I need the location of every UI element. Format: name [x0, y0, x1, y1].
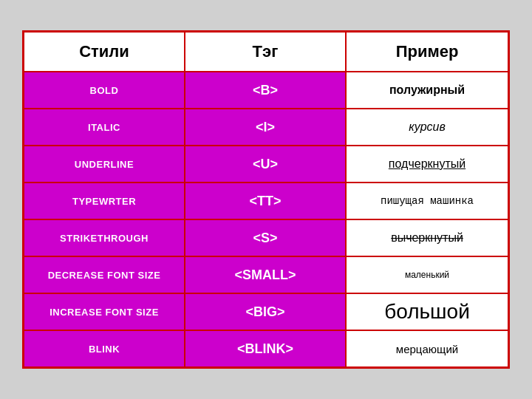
example-text: полужирный	[389, 83, 465, 97]
table-row: BOLD<B>полужирный	[24, 72, 508, 109]
example-cell: маленький	[347, 257, 508, 293]
tag-cell: <BIG>	[185, 294, 347, 330]
tag-cell: <SMALL>	[185, 257, 347, 293]
tag-cell: <I>	[185, 109, 347, 145]
style-cell: BLINK	[24, 331, 185, 366]
table-row: DECREASE FONT SIZE<SMALL>маленький	[24, 257, 508, 294]
header-tag: Тэг	[185, 33, 347, 71]
example-cell: пишущая машинка	[347, 183, 508, 219]
table-row: ITALIC<I>курсив	[24, 109, 508, 146]
example-cell: вычеркнутый	[347, 220, 508, 256]
style-cell: UNDERLINE	[24, 146, 185, 182]
main-table: Стили Тэг Пример BOLD<B>полужирныйITALIC…	[22, 30, 510, 369]
example-cell: большой	[347, 294, 508, 330]
tag-cell: <BLINK>	[185, 331, 347, 366]
style-cell: DECREASE FONT SIZE	[24, 257, 185, 293]
header-styles: Стили	[24, 33, 185, 71]
example-cell: курсив	[347, 109, 508, 145]
table-row: INCREASE FONT SIZE<BIG>большой	[24, 294, 508, 331]
example-cell: мерцающий	[347, 331, 508, 366]
table-row: TYPEWRTER<TT>пишущая машинка	[24, 183, 508, 220]
example-cell: полужирный	[347, 72, 508, 108]
example-text: курсив	[409, 120, 446, 134]
style-cell: STRIKETHROUGH	[24, 220, 185, 256]
table-row: STRIKETHROUGH<S>вычеркнутый	[24, 220, 508, 257]
tag-cell: <S>	[185, 220, 347, 256]
example-text: подчеркнутый	[389, 157, 466, 171]
style-cell: TYPEWRTER	[24, 183, 185, 219]
tag-cell: <U>	[185, 146, 347, 182]
example-text: мерцающий	[396, 343, 458, 355]
example-text: пишущая машинка	[381, 195, 474, 207]
example-text: большой	[384, 300, 470, 324]
style-cell: ITALIC	[24, 109, 185, 145]
header-row: Стили Тэг Пример	[24, 33, 508, 72]
table-row: BLINK<BLINK>мерцающий	[24, 331, 508, 366]
tag-cell: <B>	[185, 72, 347, 108]
example-text: вычеркнутый	[391, 231, 463, 245]
style-cell: INCREASE FONT SIZE	[24, 294, 185, 330]
style-cell: BOLD	[24, 72, 185, 108]
example-text: маленький	[405, 270, 449, 280]
table-row: UNDERLINE<U>подчеркнутый	[24, 146, 508, 183]
header-example: Пример	[347, 33, 508, 71]
example-cell: подчеркнутый	[347, 146, 508, 182]
tag-cell: <TT>	[185, 183, 347, 219]
